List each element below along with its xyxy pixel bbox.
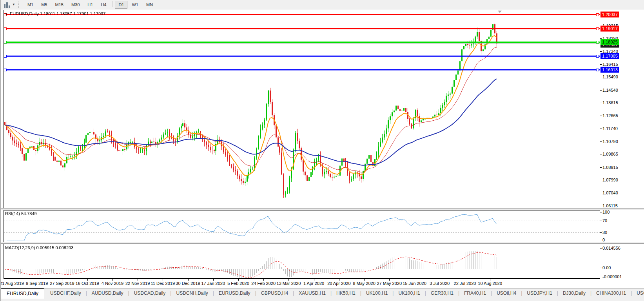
chart-tab-gbpusd-h4[interactable]: GBPUSD,H4 xyxy=(256,289,293,298)
candlestick-chart-icon[interactable] xyxy=(3,1,12,8)
date-tick-mark xyxy=(490,279,490,281)
toolbar-grip xyxy=(18,2,20,8)
chart-collapse-icon[interactable]: ▼ xyxy=(5,13,8,16)
hline-price-tag: 1.17005 xyxy=(600,53,619,59)
axis-tick-label: 1.16415 xyxy=(602,62,618,67)
date-tick-mark xyxy=(37,279,37,281)
axis-tick-mark xyxy=(600,129,602,129)
date-tick-label: 10 Aug 2020 xyxy=(478,281,502,286)
timeframe-button-mn[interactable]: MN xyxy=(143,1,156,9)
trading-terminal-window: ▼ M1M5M15M30H1H4D1W1MN ▼EURUSD,Daily 1.1… xyxy=(0,0,644,301)
panel-splitter[interactable] xyxy=(1,242,644,244)
chart-tab-usdchf-daily[interactable]: USDCHF,Daily xyxy=(45,289,86,298)
chart-tab-hk50-h1[interactable]: HK50,H1 xyxy=(332,289,360,298)
date-tick-mark xyxy=(112,279,113,281)
panel-splitter[interactable] xyxy=(1,208,644,210)
axis-tick-mark xyxy=(600,103,602,103)
axis-tick-mark xyxy=(600,141,602,142)
timeframe-button-m30[interactable]: M30 xyxy=(68,1,83,9)
axis-tick-label: 0.014556 xyxy=(602,246,620,250)
date-tick-label: 16 Oct 2019 xyxy=(76,281,99,286)
chart-tab-audusd-daily[interactable]: AUDUSD,Daily xyxy=(87,289,128,298)
date-tick-label: 13 Mar 2020 xyxy=(277,281,301,286)
hline-anchor-handle[interactable] xyxy=(4,55,7,58)
axis-tick-label: 1.12665 xyxy=(602,113,618,118)
date-tick-label: 22 Jul 2020 xyxy=(454,281,476,286)
chart-tab-xauusd-h1[interactable]: XAUUSD,H1 xyxy=(294,289,330,298)
axis-tick-mark xyxy=(600,180,602,180)
hline-anchor-handle[interactable] xyxy=(4,41,7,44)
date-tick-label: 30 Dec 2019 xyxy=(176,281,200,286)
date-tick-mark xyxy=(465,279,465,281)
date-tick-mark xyxy=(12,279,12,281)
axis-tick-label: 1.10790 xyxy=(602,139,618,144)
axis-tick-mark xyxy=(600,77,602,77)
date-tick-label: 27 May 2020 xyxy=(377,281,402,286)
chart-shift-marker[interactable] xyxy=(498,11,502,13)
axis-tick-mark xyxy=(600,232,602,233)
date-tick-mark xyxy=(163,279,163,281)
axis-tick-mark xyxy=(600,154,602,154)
date-tick-mark xyxy=(364,279,365,281)
date-tick-label: 11 Dec 2019 xyxy=(151,281,175,286)
chart-tab-eurusd-daily[interactable]: EURUSD,Daily xyxy=(1,288,44,299)
date-axis[interactable]: 21 Aug 20199 Sep 201927 Sep 201916 Oct 2… xyxy=(1,279,644,288)
chart-tab-usdcnh-daily[interactable]: USDCNH,Daily xyxy=(171,289,212,298)
hline-anchor-handle[interactable] xyxy=(4,69,7,71)
chart-tab-usoil-h1[interactable]: USOil,H1 xyxy=(632,289,644,298)
toolbar-separator xyxy=(112,1,112,7)
chart-canvas[interactable] xyxy=(1,0,644,301)
timeframe-button-w1[interactable]: W1 xyxy=(128,1,142,9)
axis-tick-label: 1.08915 xyxy=(602,165,618,170)
hline-anchor-handle[interactable] xyxy=(596,13,599,16)
date-tick-mark xyxy=(213,279,214,281)
hline-anchor-handle[interactable] xyxy=(4,27,7,30)
axis-tick-mark xyxy=(600,240,602,240)
chart-tab-china300-h1[interactable]: CHINA300,H1 xyxy=(591,289,631,298)
axis-tick-mark xyxy=(600,90,602,91)
axis-tick-label: 1.07990 xyxy=(602,178,618,182)
timeframe-button-m1[interactable]: M1 xyxy=(24,1,37,9)
chart-tab-usoil-h4[interactable]: USOil,H4 xyxy=(492,289,521,298)
hline-anchor-handle[interactable] xyxy=(596,55,599,58)
date-tick-label: 17 Jan 2020 xyxy=(201,281,225,286)
hline-anchor-handle[interactable] xyxy=(596,41,599,44)
chart-tab-dj30-daily[interactable]: DJ30,Daily xyxy=(558,289,590,298)
hline-anchor-handle[interactable] xyxy=(596,69,599,71)
timeframe-button-h1[interactable]: H1 xyxy=(84,1,96,9)
axis-tick-mark xyxy=(600,268,602,268)
timeframe-button-m5[interactable]: M5 xyxy=(38,1,51,9)
chart-tab-uk100-h1[interactable]: UK100,H1 xyxy=(361,289,392,298)
chart-tab-eurusd-daily[interactable]: EURUSD,Daily xyxy=(214,289,255,298)
chart-tab-fra40-h1[interactable]: FRA40,H1 xyxy=(459,289,491,298)
axis-tick-mark xyxy=(600,116,602,116)
date-tick-label: 3 Jul 2020 xyxy=(430,281,450,286)
axis-tick-label: 1.14540 xyxy=(602,88,618,92)
rsi-label: RSI(14) 54.7849 xyxy=(5,211,37,216)
date-tick-mark xyxy=(314,279,314,281)
chart-tab-usdjpy-h1[interactable]: USDJPY,H1 xyxy=(522,289,557,298)
date-tick-mark xyxy=(389,279,390,281)
axis-tick-label: 30 xyxy=(602,230,607,235)
timeframe-button-d1[interactable]: D1 xyxy=(115,1,127,9)
hline-anchor-handle[interactable] xyxy=(596,27,599,30)
axis-tick-label: 0.00 xyxy=(602,265,611,270)
chart-tab-usdcad-daily[interactable]: USDCAD,Daily xyxy=(129,289,171,298)
axis-tick-label: 70 xyxy=(602,218,607,223)
chart-tab-ger30-h1[interactable]: GER30,H1 xyxy=(426,289,458,298)
date-tick-mark xyxy=(440,279,440,281)
date-tick-mark xyxy=(62,279,62,281)
date-tick-label: 4 Nov 2019 xyxy=(102,281,123,286)
axis-tick-label: 1.09865 xyxy=(602,152,618,156)
date-tick-label: 27 Sep 2019 xyxy=(50,281,74,286)
chart-tab-uk100-h1[interactable]: UK100,H1 xyxy=(394,289,424,298)
axis-tick-mark xyxy=(600,167,602,168)
date-tick-mark xyxy=(87,279,88,281)
date-tick-label: 15 Jun 2020 xyxy=(403,281,426,286)
timeframe-button-m15[interactable]: M15 xyxy=(51,1,67,9)
chevron-down-icon[interactable]: ▼ xyxy=(12,3,15,6)
price-axis[interactable]: 1.192151.182901.173401.164151.154901.145… xyxy=(600,10,644,279)
date-tick-mark xyxy=(288,279,289,281)
timeframe-button-h4[interactable]: H4 xyxy=(97,1,110,9)
macd-label: MACD(12,26,9) 0.005915 0.008203 xyxy=(5,245,73,250)
